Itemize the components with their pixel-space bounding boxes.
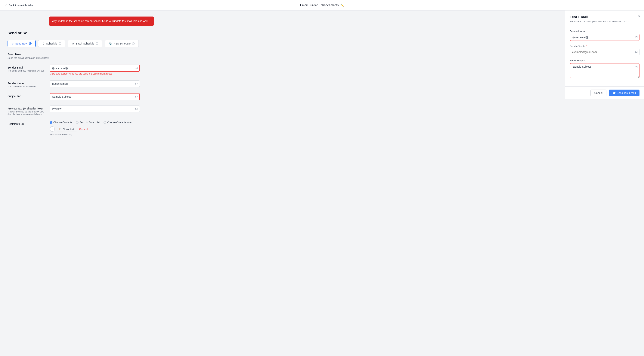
preview-text-input[interactable] [50,105,140,112]
back-label: Back to email builder [9,4,33,7]
rss-label: RSS Schedule [114,42,130,45]
page-title: Email Builder Enhancements [300,3,338,7]
send-now-sub: Send the email campaign immediately [8,56,558,59]
contacts-from-radio [104,121,106,124]
from-address-input-wrap: 🏷 [570,34,640,41]
tab-batch-schedule[interactable]: ⚙ Batch Schedule [68,40,102,47]
send-to-label: Send a Test to [570,45,640,47]
preview-text-row: Preview Text (Preheader Text) This will … [8,105,558,116]
panel-body: From address 🏷 Send a Test to 🏷 Email Su… [565,26,644,86]
top-bar: Back to email builder Email Builder Enha… [0,0,644,10]
schedule-label: Schedule [46,42,57,45]
rss-radio [132,42,135,45]
recipient-label-wrap: Recipient (To) [8,121,45,125]
sender-name-input[interactable] [50,80,140,87]
rss-icon: 📡 [109,42,112,45]
preview-text-field-wrap: 🏷 [50,105,140,112]
main-layout: Any update in the schedule screen sender… [0,10,644,356]
edit-icon[interactable]: ✏️ [340,3,344,7]
preview-text-sub: This will be used as the preview text th… [8,110,45,116]
option-contacts-from[interactable]: Choose Contacts from [104,121,132,124]
choose-contacts-radio [50,121,52,124]
contacts-row: + 📋 All contacts Clear all [50,126,140,132]
smart-list-radio [76,121,78,124]
option-choose-contacts[interactable]: Choose Contacts [50,121,72,124]
cancel-button[interactable]: Cancel [590,90,606,96]
contacts-chip-icon: 📋 [59,128,62,130]
sender-email-hint: Make sure custom value you are using is … [50,72,140,75]
schedule-radio [58,42,61,45]
sender-email-sub: The email address recipients will see [8,69,45,72]
preview-text-label: Preview Text (Preheader Text) [8,107,45,110]
panel-close-button[interactable]: × [638,14,640,18]
panel-title: Test Email [570,15,640,19]
subject-line-input-wrap: 🏷 [50,93,140,100]
send-now-label: Send Now [15,42,28,45]
send-to-tag-icon: 🏷 [634,50,638,54]
smart-list-label: Send to Smart List [80,121,100,124]
email-subject-textarea[interactable]: Sample Subject [570,63,640,78]
sender-name-field-wrap: 🏷 [50,80,140,87]
recipient-label: Recipient (To) [8,122,45,125]
sender-name-sub: The name recipients will see [8,85,45,88]
option-smart-list[interactable]: Send to Smart List [76,121,100,124]
sender-name-row: Sender Name The name recipients will see… [8,80,558,88]
send-test-label: Send Test Email [617,91,636,94]
send-now-icon: ▷ [12,42,14,45]
sender-name-label-wrap: Sender Name The name recipients will see [8,80,45,88]
tab-schedule[interactable]: 🗓 Schedule [38,40,66,47]
subject-line-label: Subject line [8,95,45,98]
recipient-field-wrap: Choose Contacts Send to Smart List Choos… [50,121,140,136]
contacts-chip-label: All contacts [63,128,75,130]
sender-name-input-wrap: 🏷 [50,80,140,87]
panel-subtitle: Send a test email to your own inbox or s… [570,20,640,23]
panel-header: Test Email Send a test email to your own… [565,10,644,26]
tab-send-now[interactable]: ▷ Send Now [8,40,36,47]
tab-rss-schedule[interactable]: 📡 RSS Schedule [105,40,139,47]
recipient-options: Choose Contacts Send to Smart List Choos… [50,121,140,124]
sender-email-field-wrap: 🏷 Make sure custom value you are using i… [50,65,140,75]
sender-email-row: Sender Email The email address recipient… [8,65,558,75]
contacts-from-label: Choose Contacts from [107,121,132,124]
batch-icon: ⚙ [72,42,74,45]
sender-email-label: Sender Email [8,66,45,69]
send-test-to-field: Send a Test to 🏷 [570,45,640,55]
contacts-chip: 📋 All contacts [57,127,77,131]
arrow-left-icon [4,4,8,7]
subject-line-input[interactable] [50,93,140,100]
send-to-input-wrap: 🏷 [570,49,640,55]
clear-all-button[interactable]: Clear all [79,128,88,130]
recipient-row: Recipient (To) Choose Contacts Send to S… [8,121,558,136]
send-to-input[interactable] [570,49,640,55]
left-content: Any update in the schedule screen sender… [0,10,565,356]
schedule-icon: 🗓 [42,42,45,45]
subject-line-field-wrap: 🏷 [50,93,140,100]
alert-message: Any update in the schedule screen sender… [52,19,148,22]
preview-text-input-wrap: 🏷 [50,105,140,112]
from-address-label: From address [570,30,640,33]
choose-contacts-label: Choose Contacts [53,121,72,124]
sender-email-input-wrap: 🏷 [50,65,140,72]
email-subject-textarea-wrap: Sample Subject 🏷 [570,63,640,79]
add-contact-button[interactable]: + [50,126,55,132]
send-test-button[interactable]: 📨 Send Test Email [609,90,640,96]
email-subject-field: Email Subject Sample Subject 🏷 [570,59,640,79]
sender-name-label: Sender Name [8,82,45,85]
alert-banner: Any update in the schedule screen sender… [49,16,154,26]
send-now-radio [29,42,32,45]
preview-text-label-wrap: Preview Text (Preheader Text) This will … [8,105,45,116]
from-address-tag-icon: 🏷 [634,36,638,39]
batch-label: Batch Schedule [76,42,94,45]
contacts-count: (0 contacts selected) [50,133,140,136]
email-subject-tag-icon: 🏷 [634,66,638,69]
test-email-panel: Test Email Send a test email to your own… [565,10,644,99]
subject-line-label-wrap: Subject line [8,93,45,98]
batch-radio [96,42,98,45]
send-test-icon: 📨 [612,91,616,94]
from-address-field: From address 🏷 [570,30,640,41]
from-address-input[interactable] [570,34,640,41]
back-button[interactable]: Back to email builder [4,4,33,7]
page-title-wrap: Email Builder Enhancements ✏️ [300,3,344,7]
section-title: Send or Sc [8,31,558,35]
sender-email-input[interactable] [50,65,140,72]
